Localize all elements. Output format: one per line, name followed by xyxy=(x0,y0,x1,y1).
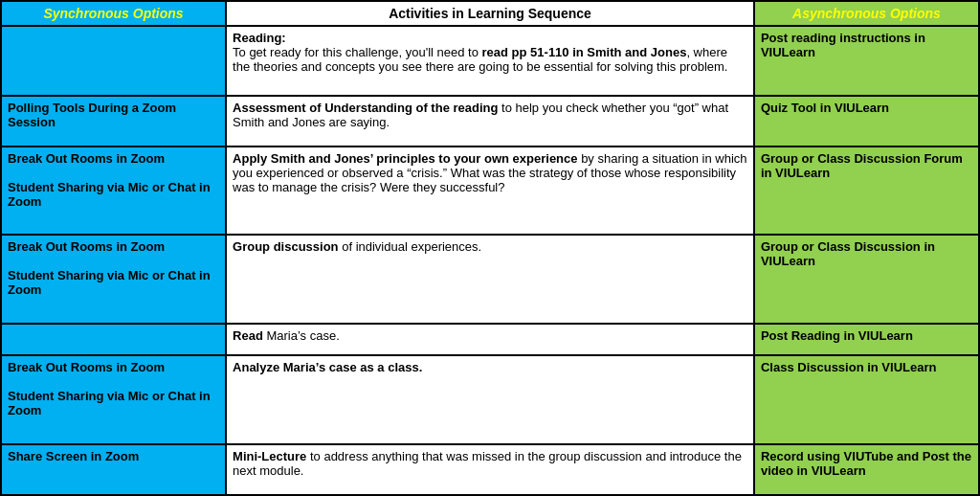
async-header: Asynchronous Options xyxy=(754,1,979,26)
async-cell-1: Quiz Tool in VIULearn xyxy=(754,96,979,147)
sync-header: Synchronous Options xyxy=(1,1,226,26)
sync-cell-1: Polling Tools During a Zoom Session xyxy=(1,96,226,147)
async-cell-0: Post reading instructions in VIULearn xyxy=(754,26,979,96)
sync-cell-5: Break Out Rooms in ZoomStudent Sharing v… xyxy=(1,355,226,444)
activity-cell-0: Reading:To get ready for this challenge,… xyxy=(226,26,754,96)
sync-cell-4 xyxy=(1,324,226,355)
async-cell-6: Record using VIUTube and Post the video … xyxy=(754,444,979,495)
async-cell-5: Class Discussion in VIULearn xyxy=(754,355,979,444)
sync-cell-0 xyxy=(1,26,226,96)
activity-cell-5: Analyze Maria’s case as a class. xyxy=(226,355,754,444)
activity-cell-6: Mini-Lecture to address anything that wa… xyxy=(226,444,754,495)
activity-cell-2: Apply Smith and Jones’ principles to you… xyxy=(226,147,754,236)
sync-cell-2: Break Out Rooms in ZoomStudent Sharing v… xyxy=(1,147,226,236)
sync-cell-6: Share Screen in Zoom xyxy=(1,444,226,495)
activity-cell-4: Read Maria’s case. xyxy=(226,324,754,355)
async-cell-3: Group or Class Discussion in VIULearn xyxy=(754,235,979,324)
sync-cell-3: Break Out Rooms in ZoomStudent Sharing v… xyxy=(1,235,226,324)
activity-cell-1: Assessment of Understanding of the readi… xyxy=(226,96,754,147)
activity-header: Activities in Learning Sequence xyxy=(226,1,754,26)
async-cell-4: Post Reading in VIULearn xyxy=(754,324,979,355)
async-cell-2: Group or Class Discussion Forum in VIULe… xyxy=(754,147,979,236)
activity-cell-3: Group discussion of individual experienc… xyxy=(226,235,754,324)
